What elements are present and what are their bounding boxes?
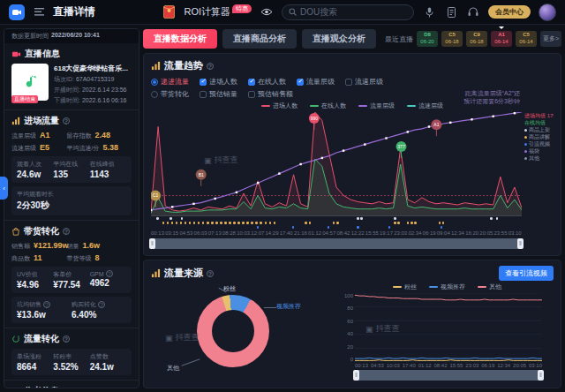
headset-icon[interactable] (466, 5, 480, 19)
app-root: 直播详情 ROI计算器 特惠 (0, 0, 565, 392)
red-packet-icon[interactable] (162, 5, 176, 19)
info-icon[interactable]: ? (63, 335, 70, 343)
watermark: 抖查查 (165, 332, 200, 343)
vip-badge[interactable]: 会员中心 (488, 5, 531, 19)
search-icon (289, 8, 297, 16)
cart-icon[interactable] (131, 64, 132, 73)
stat-value: 24.1w (90, 362, 126, 372)
search-input[interactable] (300, 7, 397, 17)
stat-label: 流速层级 (11, 144, 36, 153)
info-icon[interactable]: ? (106, 270, 113, 277)
check-estimated-revenue[interactable]: 预估销售额 (248, 89, 293, 99)
source-range-slider[interactable] (355, 370, 542, 381)
live-status-badge: 直播结束 (11, 95, 38, 103)
doc-icon[interactable] (444, 5, 458, 19)
check-traffic-level[interactable]: 流量层级 (297, 77, 335, 87)
app-logo-icon[interactable] (9, 4, 25, 20)
meta-value: 67A04715319 (76, 76, 115, 82)
check-online-count[interactable]: 在线人数 (248, 77, 286, 87)
info-icon[interactable]: ? (63, 117, 70, 124)
check-estimated-sales[interactable]: 预估销量 (200, 89, 237, 99)
meta-label: 开播时间: (54, 87, 80, 93)
page-title: 直播详情 (53, 4, 95, 19)
stat-label: 流量层级 (11, 132, 36, 140)
check-speed-level[interactable]: 流速层级 (345, 77, 383, 87)
radio-sales-conversion[interactable]: 带货转化 (151, 89, 189, 99)
stat-label: 坑均销售 (17, 300, 41, 309)
tab-live-product-analysis[interactable]: 直播商品分析 (222, 29, 297, 49)
tab-live-data-analysis[interactable]: 直播数据分析 (143, 29, 217, 49)
topbar: 直播详情 ROI计算器 特惠 (0, 0, 565, 25)
event-marker-rows (151, 216, 522, 230)
search-box[interactable] (282, 4, 414, 20)
source-icon (151, 268, 161, 278)
recent-chip[interactable]: D806-20 (417, 31, 438, 47)
svg-text:B1: B1 (199, 172, 204, 177)
bag-icon (11, 227, 20, 236)
stat-value: 2.48 (95, 131, 111, 139)
section-title: 直播信息 (25, 48, 60, 60)
menu-icon[interactable] (32, 5, 46, 19)
section-title: 带货转化 (24, 225, 59, 237)
bar-chart-icon (11, 117, 20, 125)
view-referral-videos-button[interactable]: 查看引流视频 (499, 266, 554, 281)
trend-chart[interactable]: C1B1990377A1 (151, 112, 522, 216)
content: 数据更新时间 2022/06/20 10:41 直播信息 直播结束 618 (0, 25, 565, 392)
stat-value: 135 (53, 170, 89, 179)
roi-badge: 特惠 (232, 4, 252, 13)
check-entry-count[interactable]: 进场人数 (200, 77, 237, 87)
info-icon[interactable]: ? (98, 301, 105, 308)
update-time-value: 2022/06/20 10:41 (51, 32, 100, 41)
source-chart[interactable] (355, 293, 542, 362)
info-icon[interactable]: ? (207, 63, 214, 70)
stat-label: 带货等级 (67, 254, 92, 263)
recent-chip-selected[interactable]: A106-14 (491, 31, 512, 47)
stat-label: 在线峰值 (90, 160, 126, 169)
main-area: 直播数据分析 直播商品分析 直播观众分析 最近直播 D806-20 C506-1… (143, 28, 561, 388)
more-link[interactable]: 更多> (540, 31, 561, 47)
trend-range-slider[interactable] (151, 238, 522, 249)
stat-value: 1143 (90, 170, 126, 179)
update-time-bar: 数据更新时间 2022/06/20 10:41 (4, 29, 139, 43)
tab-live-audience-analysis[interactable]: 直播观众分析 (302, 29, 376, 49)
stat-label: GPM (90, 271, 104, 277)
stat-value: 2分30秒 (17, 200, 72, 212)
stream-title: 618大促豪华绿钻音乐... (54, 64, 128, 73)
section-title: 流量转化 (24, 333, 59, 345)
recent-chip[interactable]: C906-18 (466, 31, 487, 47)
radio-progressive-traffic[interactable]: 递进流量 (151, 77, 189, 87)
source-legend: 粉丝 视频推荐 其他 (341, 283, 554, 291)
section-entry-traffic: 进场流量 ? 流量层级A1 留存指数2.48 流速层级E5 平均流速/分5.38… (4, 110, 139, 221)
donut-label-video: 视频推荐 (276, 302, 301, 311)
stat-label: 单场涨粉 (17, 352, 53, 361)
recent-chip[interactable]: C506-14 (516, 31, 537, 47)
stat-label: 留存指数 (67, 132, 92, 140)
stat-label: 商品数 (11, 254, 30, 263)
sidebar-collapse-handle[interactable]: ‹ (0, 177, 8, 200)
recent-chip[interactable]: C506-18 (441, 31, 463, 47)
info-icon[interactable]: ? (207, 270, 214, 277)
svg-text:990: 990 (311, 116, 319, 121)
roi-calculator-link[interactable]: ROI计算器 特惠 (184, 5, 252, 19)
panel-title: 流量来源 (164, 267, 203, 280)
stat-value: 11 (34, 253, 42, 262)
svg-text:A1: A1 (433, 122, 439, 127)
mic-icon[interactable] (422, 5, 436, 19)
stat-label: 观看人次 (17, 160, 53, 169)
source-y-axis: 100806040200 (341, 293, 355, 362)
stream-thumbnail[interactable]: 直播结束 (11, 64, 49, 101)
meta-label: 下播时间: (54, 97, 80, 103)
stat-value: ¥13.6w (17, 310, 72, 320)
recent-live-label: 最近直播 (385, 34, 413, 44)
stat-value: ¥121.99w (34, 241, 69, 250)
trend-icon (151, 61, 161, 71)
traffic-source-panel: 流量来源 ? 查看引流视频 粉丝 视频推荐 其他 抖查查 (143, 260, 561, 388)
info-icon[interactable]: ? (43, 301, 50, 308)
eye-icon[interactable] (260, 5, 274, 19)
roi-label: ROI计算器 (184, 5, 230, 19)
video-camera-icon (11, 7, 22, 18)
info-icon[interactable]: ? (63, 228, 70, 235)
avatar[interactable] (539, 4, 556, 21)
source-donut-chart[interactable] (197, 295, 269, 367)
stat-value: ¥77.54 (53, 280, 89, 290)
